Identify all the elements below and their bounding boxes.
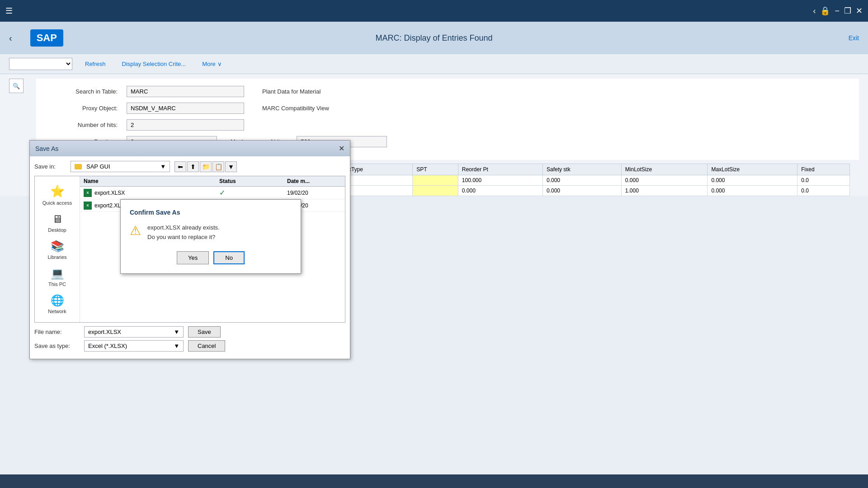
col-fixed: Fixed xyxy=(797,164,850,175)
nav-back-folder-button[interactable]: ⬅ xyxy=(175,161,186,172)
save-as-type-row: Save as type: Excel (*.XLSX) ▼ Cancel xyxy=(34,340,345,352)
list-item[interactable]: X export.XLSX ✓ 19/02/20 xyxy=(80,187,345,199)
col-reorder: Reorder Pt xyxy=(458,164,542,175)
page-title: MARC: Display of Entries Found xyxy=(375,33,492,43)
file1-name: export.XLSX xyxy=(94,190,125,196)
file-list-header: Name Status Date m... xyxy=(80,176,345,187)
close-icon[interactable]: ✕ xyxy=(856,6,863,16)
sidebar-item-network[interactable]: 🌐 Network xyxy=(35,291,80,318)
toolbar-dropdown[interactable] xyxy=(9,58,72,70)
nav-back-button[interactable]: ‹ xyxy=(9,33,12,43)
cancel-button[interactable]: Cancel xyxy=(188,340,225,352)
warning-icon: ⚠ xyxy=(130,223,141,238)
sidebar-item-quickaccess[interactable]: ⭐ Quick access xyxy=(35,181,80,209)
search-in-table-label: Search in Table: xyxy=(45,88,118,95)
this-pc-icon: 💻 xyxy=(51,267,64,280)
compat-view-label: MARC Compatibility View xyxy=(262,105,329,112)
quick-access-icon: ⭐ xyxy=(50,184,65,198)
save-as-toolbar-icons: ⬅ ⬆ 📁 📋 ▼ xyxy=(175,161,237,172)
more-button[interactable]: More ∨ xyxy=(198,59,226,69)
save-as-type-dropdown[interactable]: Excel (*.XLSX) ▼ xyxy=(84,340,184,352)
sidebar-item-libraries[interactable]: 📚 Libraries xyxy=(35,236,80,263)
confirm-message: export.XLSX already exists. Do you want … xyxy=(147,223,220,242)
minimize-icon[interactable]: − xyxy=(835,6,840,16)
number-hits-row: Number of hits: 2 xyxy=(45,119,850,131)
search-button[interactable]: 🔍 xyxy=(9,79,24,93)
file-name-dropdown[interactable]: export.XLSX ▼ xyxy=(84,326,184,338)
save-in-row: Save in: SAP GUI ▼ ⬅ ⬆ 📁 📋 ▼ xyxy=(34,161,345,172)
file-name-row: File name: export.XLSX ▼ Save xyxy=(34,326,345,338)
confirm-save-as-dialog: Confirm Save As ⚠ export.XLSX already ex… xyxy=(120,199,301,274)
col-spt: SPT xyxy=(413,164,458,175)
new-folder-button[interactable]: 📁 xyxy=(200,161,212,172)
top-bar: ☰ ‹ 🔒 − ❐ ✕ xyxy=(0,0,868,22)
exit-button[interactable]: Exit xyxy=(849,34,859,42)
save-in-value: SAP GUI xyxy=(86,163,157,170)
network-icon: 🌐 xyxy=(51,294,64,307)
file-name-chevron-icon: ▼ xyxy=(174,328,179,335)
dialog-titlebar: Save As ✕ xyxy=(30,141,350,156)
col-status-header: Status xyxy=(219,178,287,184)
save-in-chevron-icon: ▼ xyxy=(160,163,166,170)
toolbar: Refresh Display Selection Crite... More … xyxy=(0,54,868,74)
restore-icon[interactable]: ❐ xyxy=(844,6,851,16)
search-in-table-row: Search in Table: MARC Plant Data for Mat… xyxy=(45,86,850,97)
confirm-no-button[interactable]: No xyxy=(213,251,245,264)
view-more-button[interactable]: ▼ xyxy=(225,161,237,172)
display-criteria-button[interactable]: Display Selection Crite... xyxy=(118,59,190,69)
quick-access-label: Quick access xyxy=(42,200,72,206)
network-label: Network xyxy=(48,309,66,314)
search-icon: 🔍 xyxy=(13,83,20,89)
number-hits-value: 2 xyxy=(127,119,244,131)
desktop-label: Desktop xyxy=(48,227,66,233)
dialog-title: Save As xyxy=(35,145,58,152)
col-name-header: Name xyxy=(84,178,219,184)
refresh-button[interactable]: Refresh xyxy=(81,59,109,69)
proxy-object-label: Proxy Object: xyxy=(45,105,118,112)
sap-header: ‹ SAP MARC: Display of Entries Found Exi… xyxy=(0,22,868,54)
dialog-body: Save in: SAP GUI ▼ ⬅ ⬆ 📁 📋 ▼ ⭐ Quick acc… xyxy=(30,156,350,359)
save-as-type-label: Save as type: xyxy=(34,343,80,349)
confirm-yes-button[interactable]: Yes xyxy=(177,251,209,264)
confirm-buttons: Yes No xyxy=(130,251,292,264)
confirm-dialog-title: Confirm Save As xyxy=(130,209,292,216)
col-maxlot: MaxLotSize xyxy=(708,164,797,175)
search-in-table-value: MARC xyxy=(127,86,244,97)
hamburger-menu-icon[interactable]: ☰ xyxy=(5,6,13,16)
file1-date: 19/02/20 xyxy=(287,190,341,196)
back-icon[interactable]: ‹ xyxy=(813,6,816,16)
file1-status: ✓ xyxy=(219,188,287,197)
xlsx-file-icon: X xyxy=(84,202,92,210)
folder-icon xyxy=(75,164,82,169)
sidebar-item-thispc[interactable]: 💻 This PC xyxy=(35,263,80,291)
col-safety: Safety stk xyxy=(542,164,621,175)
save-in-dropdown[interactable]: SAP GUI ▼ xyxy=(71,161,170,172)
dialog-close-button[interactable]: ✕ xyxy=(339,144,344,153)
more-chevron-icon: ∨ xyxy=(217,61,222,67)
save-in-label: Save in: xyxy=(34,163,66,170)
save-as-type-chevron-icon: ▼ xyxy=(174,343,179,349)
plant-data-label: Plant Data for Material xyxy=(262,88,321,95)
save-as-sidebar: ⭐ Quick access 🖥 Desktop 📚 Libraries 💻 T… xyxy=(35,176,80,322)
number-hits-label: Number of hits: xyxy=(45,122,118,128)
confirm-dialog-body: ⚠ export.XLSX already exists. Do you wan… xyxy=(130,223,292,242)
sidebar-item-desktop[interactable]: 🖥 Desktop xyxy=(35,209,80,236)
file-name-label: File name: xyxy=(34,328,80,335)
lock-icon[interactable]: 🔒 xyxy=(820,6,830,16)
nav-up-folder-button[interactable]: ⬆ xyxy=(187,161,199,172)
col-minlot: MinLotSize xyxy=(621,164,708,175)
view-options-button[interactable]: 📋 xyxy=(212,161,224,172)
libraries-icon: 📚 xyxy=(51,240,64,253)
libraries-label: Libraries xyxy=(47,254,66,260)
file-name-value: export.XLSX xyxy=(88,328,174,335)
file-list-area: Name Status Date m... X export.XLSX ✓ 19… xyxy=(80,176,345,322)
save-as-type-value: Excel (*.XLSX) xyxy=(88,343,174,349)
sap-logo: SAP xyxy=(30,29,63,47)
xlsx-file-icon: X xyxy=(84,189,92,197)
status-bar xyxy=(0,474,868,488)
save-as-dialog: Save As ✕ Save in: SAP GUI ▼ ⬅ ⬆ 📁 📋 ▼ xyxy=(29,140,350,359)
proxy-object-value: NSDM_V_MARC xyxy=(127,103,244,114)
desktop-icon: 🖥 xyxy=(52,213,63,225)
proxy-object-row: Proxy Object: NSDM_V_MARC MARC Compatibi… xyxy=(45,103,850,114)
save-button[interactable]: Save xyxy=(188,326,221,338)
